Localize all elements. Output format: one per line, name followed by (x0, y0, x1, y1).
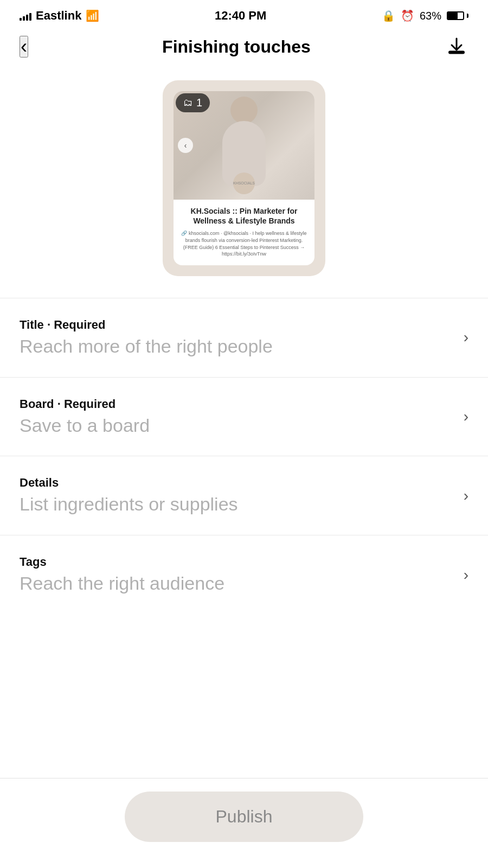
details-field-label: Details (20, 476, 455, 490)
download-button[interactable] (445, 35, 468, 59)
title-field-label: Title · Required (20, 318, 455, 332)
wifi-icon: 📶 (86, 9, 99, 22)
chevron-right-icon: › (464, 487, 468, 505)
bottom-bar: Publish (0, 778, 488, 868)
pin-preview: ‹ KHSOCIALS KH.Socials :: Pin Marketer f… (174, 91, 314, 265)
copy-icon: 🗂 (183, 97, 193, 108)
tags-field-placeholder: Reach the right audience (20, 572, 455, 595)
board-field-placeholder: Save to a board (20, 414, 455, 437)
battery-percent-label: 63% (420, 10, 441, 22)
chevron-right-icon: › (464, 566, 468, 584)
publish-button[interactable]: Publish (125, 792, 363, 842)
chevron-right-icon: › (464, 329, 468, 346)
board-field-label: Board · Required (20, 397, 455, 411)
preview-section: 🗂 1 ‹ KHSOCIALS KH.Socials :: Pin Market… (0, 69, 488, 298)
pin-description-text: khsocials.com · @khsocials · I help well… (183, 231, 307, 257)
tags-field-label: Tags (20, 555, 455, 569)
svg-rect-0 (450, 52, 464, 53)
image-count-badge: 🗂 1 (176, 93, 210, 112)
back-button[interactable]: ‹ (20, 36, 28, 58)
details-field-placeholder: List ingredients or supplies (20, 493, 455, 515)
battery-icon (447, 11, 468, 20)
alarm-icon: ⏰ (401, 9, 414, 22)
status-left: Eastlink 📶 (20, 9, 99, 23)
carrier-label: Eastlink (36, 9, 81, 23)
tags-field-row[interactable]: Tags Reach the right audience › (0, 535, 488, 614)
logo-circle: KHSOCIALS (233, 173, 255, 194)
chevron-right-icon: › (464, 408, 468, 425)
link-icon: 🔗 (181, 231, 189, 236)
lock-icon: 🔒 (382, 9, 395, 22)
page-title: Finishing touches (162, 37, 311, 57)
logo-text: KHSOCIALS (233, 181, 255, 186)
status-time: 12:40 PM (215, 9, 266, 23)
download-icon (447, 37, 466, 56)
pin-text-area: KH.Socials :: Pin Marketer for Wellness … (174, 200, 314, 265)
status-bar: Eastlink 📶 12:40 PM 🔒 ⏰ 63% (0, 0, 488, 29)
header: ‹ Finishing touches (0, 29, 488, 69)
details-field-row[interactable]: Details List ingredients or supplies › (0, 456, 488, 535)
bottom-spacer (0, 614, 488, 723)
title-field-placeholder: Reach more of the right people (20, 335, 455, 358)
image-count-label: 1 (196, 97, 202, 109)
title-field-row[interactable]: Title · Required Reach more of the right… (0, 298, 488, 377)
pin-title: KH.Socials :: Pin Marketer for Wellness … (181, 206, 307, 226)
signal-bars-icon (20, 11, 31, 21)
pin-description: 🔗 khsocials.com · @khsocials · I help we… (181, 230, 307, 257)
status-right: 🔒 ⏰ 63% (382, 9, 468, 22)
board-field-row[interactable]: Board · Required Save to a board › (0, 377, 488, 456)
prev-arrow-icon[interactable]: ‹ (178, 138, 193, 153)
pin-preview-card: 🗂 1 ‹ KHSOCIALS KH.Socials :: Pin Market… (163, 80, 325, 276)
